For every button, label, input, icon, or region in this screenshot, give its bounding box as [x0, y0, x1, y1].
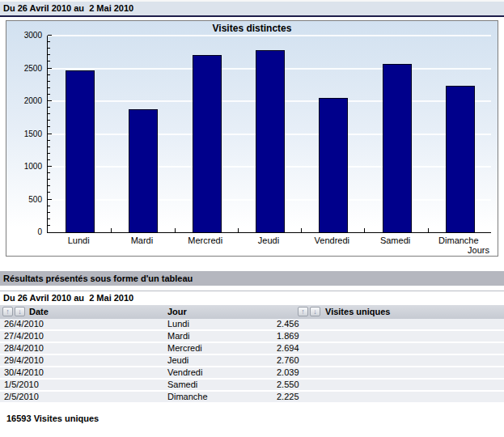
x-tick-label: Samedi: [363, 235, 426, 245]
bar-jeudi: [256, 50, 285, 232]
cell-visites-uniques: 2.550: [277, 380, 299, 390]
chart-title: Visites distinctes: [6, 23, 498, 34]
y-minor-tick: [48, 107, 50, 108]
sort-visites-desc-icon[interactable]: ↓: [310, 307, 320, 316]
y-minor-tick: [48, 192, 50, 193]
x-tick-label: Mardi: [110, 235, 173, 245]
y-major-tick: [48, 166, 52, 167]
y-minor-tick: [48, 48, 50, 49]
bar-vendredi: [319, 98, 348, 232]
table-section-title: Résultats présentés sous forme d'un tabl…: [0, 271, 504, 286]
cell-date: 30/4/2010: [4, 367, 44, 378]
column-header-date: Date: [29, 305, 49, 319]
y-minor-tick: [48, 179, 50, 180]
x-tick-label: Mercredi: [174, 235, 237, 245]
cell-jour: Dimanche: [167, 392, 208, 402]
y-major-tick: [48, 134, 52, 134]
y-tick-label: 3000: [8, 31, 42, 40]
cell-jour: Mardi: [167, 331, 190, 342]
table-row: 2/5/2010Dimanche2.225: [0, 392, 504, 404]
bar-samedi: [383, 64, 412, 232]
y-minor-tick: [48, 74, 50, 75]
y-minor-tick: [48, 41, 50, 42]
x-axis-title: Jours: [468, 245, 489, 255]
y-minor-tick: [48, 87, 50, 88]
table-row: 29/4/2010Jeudi2.760: [0, 355, 504, 367]
y-minor-tick: [48, 126, 50, 127]
bar-mercredi: [193, 55, 222, 232]
cell-visites-uniques: 2.456: [277, 319, 299, 329]
sort-visites-asc-icon[interactable]: ↑: [298, 307, 308, 316]
cell-visites-uniques: 2.039: [277, 367, 299, 378]
x-boundary-tick: [301, 228, 302, 232]
cell-jour: Samedi: [167, 380, 197, 390]
y-minor-tick: [48, 212, 50, 213]
total-visites-uniques: 16593 Visites uniques: [0, 414, 504, 423]
table-header-row: ↑ ↓ Date Jour ↑ ↓ Visites uniques: [0, 305, 504, 319]
cell-visites-uniques: 2.694: [277, 343, 299, 354]
column-header-visites-uniques: Visites uniques: [325, 305, 391, 319]
chart-date-range: Du 26 Avril 2010 au 2 Mai 2010: [0, 2, 504, 15]
header-divider: [0, 15, 504, 17]
sort-date-desc-icon[interactable]: ↓: [15, 307, 25, 316]
y-major-tick: [48, 100, 52, 101]
y-minor-tick: [48, 140, 50, 141]
bar-lundi: [66, 70, 95, 232]
x-boundary-tick: [111, 228, 112, 232]
bar-dimanche: [446, 86, 475, 232]
cell-jour: Lundi: [167, 319, 189, 329]
y-tick-label: 0: [8, 227, 42, 236]
x-boundary-tick: [175, 228, 176, 232]
x-boundary-tick: [428, 228, 429, 232]
x-boundary-tick: [364, 228, 365, 232]
table-body: 26/4/2010Lundi2.45627/4/2010Mardi1.86928…: [0, 319, 504, 404]
y-minor-tick: [48, 153, 50, 154]
cell-date: 29/4/2010: [4, 355, 44, 366]
y-major-tick: [48, 199, 52, 200]
sort-date-asc-icon[interactable]: ↑: [2, 307, 13, 316]
cell-date: 26/4/2010: [4, 319, 44, 329]
y-minor-tick: [48, 54, 50, 55]
y-minor-tick: [48, 159, 50, 160]
x-tick-label: Jeudi: [237, 235, 300, 245]
y-minor-tick: [48, 218, 50, 219]
cell-jour: Jeudi: [167, 355, 188, 366]
y-minor-tick: [48, 120, 50, 121]
y-major-tick: [48, 35, 52, 36]
y-minor-tick: [48, 225, 50, 226]
y-minor-tick: [48, 61, 50, 62]
cell-jour: Vendredi: [167, 367, 202, 378]
x-tick-label: Vendredi: [300, 235, 363, 245]
y-tick-label: 2500: [8, 64, 42, 73]
table-row: 30/4/2010Vendredi2.039: [0, 367, 504, 380]
y-minor-tick: [48, 113, 50, 114]
y-tick-label: 2000: [8, 96, 42, 105]
bar-chart-plot-area: [47, 36, 491, 233]
y-tick-label: 1000: [8, 162, 42, 171]
cell-jour: Mercredi: [167, 343, 202, 354]
table-row: 28/4/2010Mercredi2.694: [0, 343, 504, 355]
cell-date: 28/4/2010: [4, 343, 44, 354]
y-minor-tick: [48, 185, 50, 186]
x-tick-label: Dimanche: [427, 235, 490, 245]
cell-date: 2/5/2010: [4, 392, 39, 402]
y-minor-tick: [48, 206, 50, 206]
cell-date: 1/5/2010: [4, 380, 39, 390]
table-row: 1/5/2010Samedi2.550: [0, 380, 504, 392]
table-row: 27/4/2010Mardi1.869: [0, 331, 504, 343]
y-tick-label: 1500: [8, 129, 42, 138]
x-boundary-tick: [238, 228, 239, 232]
stats-page: Du 26 Avril 2010 au 2 Mai 2010 Visites d…: [0, 0, 504, 423]
table-date-range: Du 26 Avril 2010 au 2 Mai 2010: [0, 291, 504, 305]
table-row: 26/4/2010Lundi2.456: [0, 319, 504, 331]
cell-visites-uniques: 2.225: [277, 392, 299, 402]
y-tick-label: 500: [8, 195, 42, 204]
cell-date: 27/4/2010: [4, 331, 44, 342]
column-header-jour: Jour: [167, 305, 187, 319]
bar-mardi: [129, 109, 158, 232]
y-minor-tick: [48, 172, 50, 173]
y-minor-tick: [48, 94, 50, 95]
y-minor-tick: [48, 146, 50, 147]
y-minor-tick: [48, 81, 50, 82]
gridline: [48, 35, 491, 36]
